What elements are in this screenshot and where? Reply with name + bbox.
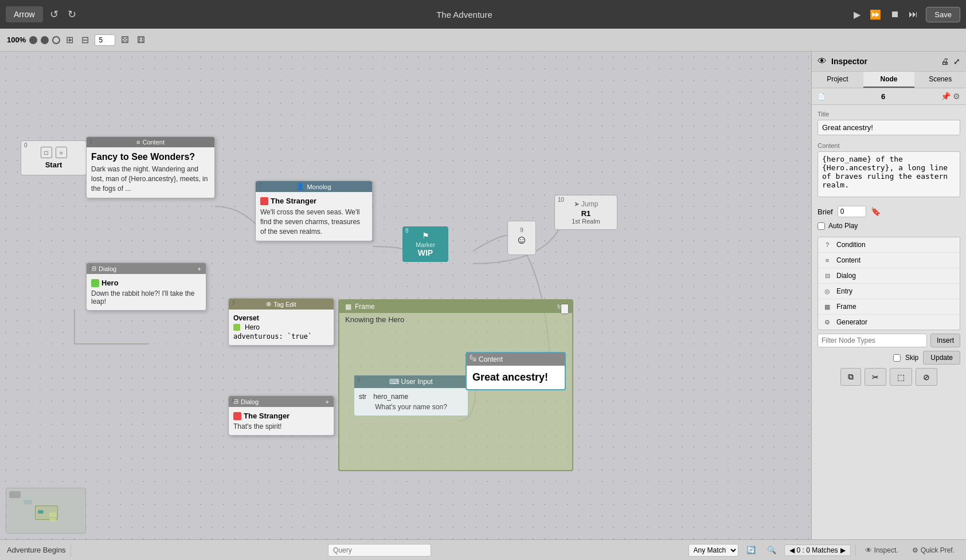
node-6-header: ≡ Content xyxy=(467,353,565,366)
fast-forward-button[interactable]: ⏩ xyxy=(866,7,885,22)
step-input[interactable] xyxy=(95,34,115,46)
dot-plus-icon xyxy=(52,36,60,44)
play-button[interactable]: ▶ xyxy=(850,7,864,22)
copy-button[interactable]: ⧉ xyxy=(840,368,861,386)
dialog-icon: ⊟ xyxy=(823,271,832,280)
start-square-icon: □ xyxy=(41,147,52,158)
frame-label: Frame xyxy=(836,303,857,311)
content-textarea[interactable]: {hero_name} of the {Hero.ancestry}, a lo… xyxy=(818,151,960,197)
brief-row: Brief 🔖 xyxy=(818,206,960,217)
match-select[interactable]: Any Match All Match xyxy=(689,544,738,557)
action-icons-row: ⧉ ✂ ⬚ ⊘ xyxy=(818,368,960,386)
node-1[interactable]: 1 ≡ Content Fancy to See Wonders? Dark w… xyxy=(86,136,215,198)
node-4-type: Dialog xyxy=(241,398,259,405)
node-8[interactable]: 8 ⚑ Marker WIP xyxy=(402,226,448,262)
node-2-dialog: Down the rabbit hole?! I'll take the lea… xyxy=(91,289,201,306)
node-5-fields: str hero_name xyxy=(359,393,463,401)
node-type-generator[interactable]: ⚙ Generator xyxy=(818,315,960,330)
start-node[interactable]: 0 □ ○ Start xyxy=(21,140,87,175)
title-field: Title xyxy=(818,111,960,135)
node-7-header: 👤 Monolog xyxy=(256,181,372,192)
node-1-header: ≡ Content xyxy=(87,137,214,147)
skip-checkbox[interactable] xyxy=(893,354,901,362)
node-9[interactable]: 9 ☺ xyxy=(507,221,536,255)
node-4-body: The Stranger That's the spirit! xyxy=(229,407,334,435)
update-button[interactable]: Update xyxy=(923,351,960,365)
cut-button[interactable]: ✂ xyxy=(865,368,886,386)
brief-input[interactable] xyxy=(838,206,866,217)
node-4-dialog: That's the spirit! xyxy=(233,422,329,430)
node-1-title: Fancy to See Wonders? xyxy=(91,152,210,162)
node-4[interactable]: 4 ⊟ Dialog + The Stranger That's the spi… xyxy=(228,395,334,436)
skip-button[interactable]: ⏭ xyxy=(905,7,921,22)
node-4-add-icon[interactable]: + xyxy=(326,398,329,405)
node-type-entry[interactable]: ◎ Entry xyxy=(818,284,960,299)
tab-node[interactable]: Node xyxy=(863,72,915,88)
node-6-title: Great ancestry! xyxy=(467,366,565,389)
node-3-header: ⊕ Tag Edit xyxy=(229,299,334,310)
arrow-tool-button[interactable]: Arrow xyxy=(6,6,43,22)
stop-button[interactable]: ⏹ xyxy=(887,7,903,22)
filter-input[interactable] xyxy=(818,334,927,347)
frame-node[interactable]: ▦ Frame frm ⤢ Knowing the Hero 5 ⌨ User … xyxy=(338,299,573,471)
node-10-label: 1st Realm xyxy=(562,218,610,225)
clear-button[interactable]: ⊘ xyxy=(916,368,937,386)
node-7-body: The Stranger We'll cross the seven seas.… xyxy=(256,192,372,241)
tab-scenes[interactable]: Scenes xyxy=(914,72,966,88)
node-5-body: str hero_name What's your name son? xyxy=(354,388,468,416)
zoom-label: 100% xyxy=(7,36,26,44)
node-1-body: Fancy to See Wonders? Dark was the night… xyxy=(87,147,214,198)
node-5-type: User Input xyxy=(401,378,432,386)
frame-title: Knowing the Hero xyxy=(339,313,572,326)
title-input[interactable] xyxy=(818,120,960,135)
node-10[interactable]: 10 ➤ Jump R1 1st Realm xyxy=(554,195,617,230)
frame-type-icon: ▦ xyxy=(823,302,832,311)
canvas[interactable]: 0 □ ○ Start 1 ≡ Content Fancy to See Won… xyxy=(0,52,811,539)
grid-button-1[interactable]: ⊞ xyxy=(64,33,76,46)
autoplay-checkbox[interactable] xyxy=(818,222,825,230)
inspector-print-icon[interactable]: 🖨 xyxy=(941,57,949,66)
inspector-nav: 📄 6 📌 ⚙ xyxy=(812,88,966,105)
save-button[interactable]: Save xyxy=(926,7,960,22)
query-input[interactable] xyxy=(328,544,431,557)
search-refresh-button[interactable]: 🔄 xyxy=(743,544,759,556)
node-type-frame[interactable]: ▦ Frame xyxy=(818,299,960,315)
inspector-nav-arrows: 📌 ⚙ xyxy=(941,92,960,101)
layout-button-1[interactable]: ⚄ xyxy=(119,33,131,46)
layout-button-2[interactable]: ⚅ xyxy=(135,33,147,46)
nav-arrow-pin[interactable]: 📌 xyxy=(941,92,951,101)
right-arrow-icon: ▶ xyxy=(840,546,846,554)
node-4-char-badge xyxy=(233,412,241,420)
query-area xyxy=(76,544,684,557)
brief-bookmark-icon[interactable]: 🔖 xyxy=(871,207,881,216)
frame-expand-button[interactable]: ⤢ xyxy=(561,304,569,314)
inspect-button[interactable]: 👁 Inspect. xyxy=(861,545,903,556)
search-button[interactable]: 🔍 xyxy=(764,544,780,556)
quickpref-button[interactable]: ⚙ Quick Pref. xyxy=(908,545,959,556)
insert-button[interactable]: Insert xyxy=(930,334,960,347)
grid-button-2[interactable]: ⊟ xyxy=(79,33,91,46)
redo-button[interactable]: ↻ xyxy=(65,6,79,23)
node-type-dialog[interactable]: ⊟ Dialog xyxy=(818,268,960,284)
node-2[interactable]: 2 ⊟ Dialog + Hero Down the rabbit hole?!… xyxy=(86,263,206,311)
node-2-add-icon[interactable]: + xyxy=(198,265,201,272)
start-circle-icon: ○ xyxy=(56,147,67,158)
inspector-expand-icon[interactable]: ⤢ xyxy=(953,57,960,66)
node-6-type: Content xyxy=(479,355,503,363)
node-type-content[interactable]: ≡ Content xyxy=(818,253,960,268)
paste-button[interactable]: ⬚ xyxy=(890,368,912,386)
node-10-number: 10 xyxy=(558,197,564,203)
nav-arrow-gear[interactable]: ⚙ xyxy=(953,92,960,101)
node-7-char-name: The Stranger xyxy=(271,197,316,205)
node-type-condition[interactable]: ? Condition xyxy=(818,237,960,253)
jump-icon: ➤ xyxy=(574,200,580,208)
undo-button[interactable]: ↺ xyxy=(48,6,61,23)
tab-project[interactable]: Project xyxy=(812,72,863,88)
node-5[interactable]: 5 ⌨ User Input str hero_name What's your… xyxy=(354,375,468,416)
skip-update-row: Skip Update xyxy=(818,351,960,365)
node-7[interactable]: 7 👤 Monolog The Stranger We'll cross the… xyxy=(255,181,373,241)
node-4-header: ⊟ Dialog + xyxy=(229,396,334,407)
node-3[interactable]: 3 ⊕ Tag Edit Overset Hero adventurous: `… xyxy=(228,298,334,346)
bottom-bar: Adventure Begins Any Match All Match 🔄 🔍… xyxy=(0,539,966,560)
node-6[interactable]: 6 ≡ Content Great ancestry! xyxy=(466,352,566,390)
